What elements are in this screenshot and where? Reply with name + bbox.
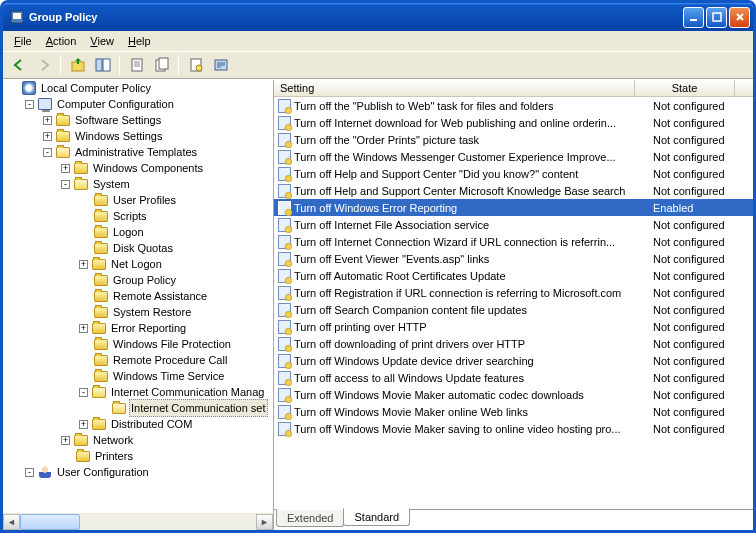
- tree-node-net-logon[interactable]: +Net Logon: [3, 256, 273, 272]
- expand-icon[interactable]: -: [79, 388, 88, 397]
- tree-node-distributed-com[interactable]: +Distributed COM: [3, 416, 273, 432]
- app-icon: [9, 9, 25, 25]
- tree-node-windows-file-protection[interactable]: Windows File Protection: [3, 336, 273, 352]
- list-setting-text: Turn off the "Order Prints" picture task: [294, 134, 653, 146]
- tree-pane: Local Computer Policy-Computer Configura…: [3, 80, 274, 530]
- menu-help[interactable]: Help: [121, 33, 158, 49]
- list-row[interactable]: Turn off Windows Movie Maker saving to o…: [274, 420, 753, 437]
- tree-horizontal-scrollbar[interactable]: ◄ ►: [3, 513, 273, 530]
- expand-icon[interactable]: +: [61, 436, 70, 445]
- column-header-state[interactable]: State: [635, 80, 735, 96]
- list-state-text: Enabled: [653, 202, 753, 214]
- svg-rect-9: [159, 58, 168, 69]
- expand-icon[interactable]: +: [61, 164, 70, 173]
- list-row[interactable]: Turn off Registration if URL connection …: [274, 284, 753, 301]
- policy-icon: [276, 149, 292, 165]
- tree-node-remote-assistance[interactable]: Remote Assistance: [3, 288, 273, 304]
- list-row[interactable]: Turn off Windows Update device driver se…: [274, 352, 753, 369]
- tree-body[interactable]: Local Computer Policy-Computer Configura…: [3, 80, 273, 513]
- svg-rect-5: [96, 59, 102, 71]
- list-row[interactable]: Turn off Help and Support Center "Did yo…: [274, 165, 753, 182]
- show-hide-tree-button[interactable]: [91, 54, 114, 76]
- list-setting-text: Turn off Windows Error Reporting: [294, 202, 653, 214]
- list-row[interactable]: Turn off Windows Error ReportingEnabled: [274, 199, 753, 216]
- list-setting-text: Turn off Windows Movie Maker automatic c…: [294, 389, 653, 401]
- list-row[interactable]: Turn off Internet download for Web publi…: [274, 114, 753, 131]
- menu-action[interactable]: Action: [39, 33, 84, 49]
- tree-node-internet-comm-settings[interactable]: Internet Communication set: [3, 400, 273, 416]
- expand-icon[interactable]: +: [79, 324, 88, 333]
- titlebar[interactable]: Group Policy: [3, 3, 753, 31]
- list-row[interactable]: Turn off the "Publish to Web" task for f…: [274, 97, 753, 114]
- list-row[interactable]: Turn off Event Viewer "Events.asp" links…: [274, 250, 753, 267]
- tree-node-windows-settings[interactable]: +Windows Settings: [3, 128, 273, 144]
- list-row[interactable]: Turn off Internet Connection Wizard if U…: [274, 233, 753, 250]
- tab-standard[interactable]: Standard: [343, 508, 410, 526]
- expand-icon[interactable]: -: [61, 180, 70, 189]
- tree-node-label: Network: [91, 432, 135, 448]
- menu-view[interactable]: View: [83, 33, 121, 49]
- close-button[interactable]: [729, 7, 750, 28]
- expand-icon[interactable]: +: [43, 132, 52, 141]
- tree-node-system-restore[interactable]: System Restore: [3, 304, 273, 320]
- expand-icon[interactable]: -: [25, 468, 34, 477]
- scroll-left-button[interactable]: ◄: [3, 514, 20, 530]
- tree-node-label: Administrative Templates: [73, 144, 199, 160]
- scroll-right-button[interactable]: ►: [256, 514, 273, 530]
- column-header-setting[interactable]: Setting: [274, 80, 635, 96]
- expand-icon[interactable]: +: [79, 420, 88, 429]
- template-button[interactable]: [209, 54, 232, 76]
- menu-file[interactable]: File: [7, 33, 39, 49]
- up-button[interactable]: [66, 54, 89, 76]
- tree-node-internet-comm-mgmt[interactable]: -Internet Communication Manag: [3, 384, 273, 400]
- back-button[interactable]: [7, 54, 30, 76]
- tree-node-logon[interactable]: Logon: [3, 224, 273, 240]
- scrollbar-track[interactable]: [20, 514, 256, 530]
- policy-icon: [276, 387, 292, 403]
- forward-button[interactable]: [32, 54, 55, 76]
- svg-rect-7: [132, 59, 142, 71]
- tree-node-windows-components[interactable]: +Windows Components: [3, 160, 273, 176]
- scrollbar-thumb[interactable]: [20, 514, 80, 530]
- tree-node-printers[interactable]: Printers: [3, 448, 273, 464]
- tree-node-root[interactable]: Local Computer Policy: [3, 80, 273, 96]
- expand-icon[interactable]: +: [79, 260, 88, 269]
- list-row[interactable]: Turn off downloading of print drivers ov…: [274, 335, 753, 352]
- tree-node-label: Error Reporting: [109, 320, 188, 336]
- filter-button[interactable]: [184, 54, 207, 76]
- maximize-button[interactable]: [706, 7, 727, 28]
- list-row[interactable]: Turn off access to all Windows Update fe…: [274, 369, 753, 386]
- list-row[interactable]: Turn off the Windows Messenger Customer …: [274, 148, 753, 165]
- expand-icon[interactable]: -: [25, 100, 34, 109]
- svg-point-11: [196, 65, 202, 71]
- properties-button[interactable]: [125, 54, 148, 76]
- list-body[interactable]: Turn off the "Publish to Web" task for f…: [274, 97, 753, 508]
- list-row[interactable]: Turn off Automatic Root Certificates Upd…: [274, 267, 753, 284]
- tree-node-admin-templates[interactable]: -Administrative Templates: [3, 144, 273, 160]
- tree-node-disk-quotas[interactable]: Disk Quotas: [3, 240, 273, 256]
- list-row[interactable]: Turn off Windows Movie Maker automatic c…: [274, 386, 753, 403]
- list-row[interactable]: Turn off the "Order Prints" picture task…: [274, 131, 753, 148]
- tree-node-user-profiles[interactable]: User Profiles: [3, 192, 273, 208]
- list-row[interactable]: Turn off Windows Movie Maker online Web …: [274, 403, 753, 420]
- minimize-button[interactable]: [683, 7, 704, 28]
- list-row[interactable]: Turn off printing over HTTPNot configure…: [274, 318, 753, 335]
- expand-icon[interactable]: +: [43, 116, 52, 125]
- list-state-text: Not configured: [653, 253, 753, 265]
- list-row[interactable]: Turn off Internet File Association servi…: [274, 216, 753, 233]
- tree-node-software-settings[interactable]: +Software Settings: [3, 112, 273, 128]
- tree-node-user-config[interactable]: -User Configuration: [3, 464, 273, 480]
- tree-node-system[interactable]: -System: [3, 176, 273, 192]
- tree-node-scripts[interactable]: Scripts: [3, 208, 273, 224]
- tree-node-remote-procedure-call[interactable]: Remote Procedure Call: [3, 352, 273, 368]
- tree-node-network[interactable]: +Network: [3, 432, 273, 448]
- list-row[interactable]: Turn off Search Companion content file u…: [274, 301, 753, 318]
- tree-node-error-reporting[interactable]: +Error Reporting: [3, 320, 273, 336]
- expand-icon[interactable]: -: [43, 148, 52, 157]
- list-row[interactable]: Turn off Help and Support Center Microso…: [274, 182, 753, 199]
- tree-node-windows-time-service[interactable]: Windows Time Service: [3, 368, 273, 384]
- export-list-button[interactable]: [150, 54, 173, 76]
- tree-node-computer-config[interactable]: -Computer Configuration: [3, 96, 273, 112]
- tab-extended[interactable]: Extended: [276, 509, 344, 527]
- tree-node-group-policy[interactable]: Group Policy: [3, 272, 273, 288]
